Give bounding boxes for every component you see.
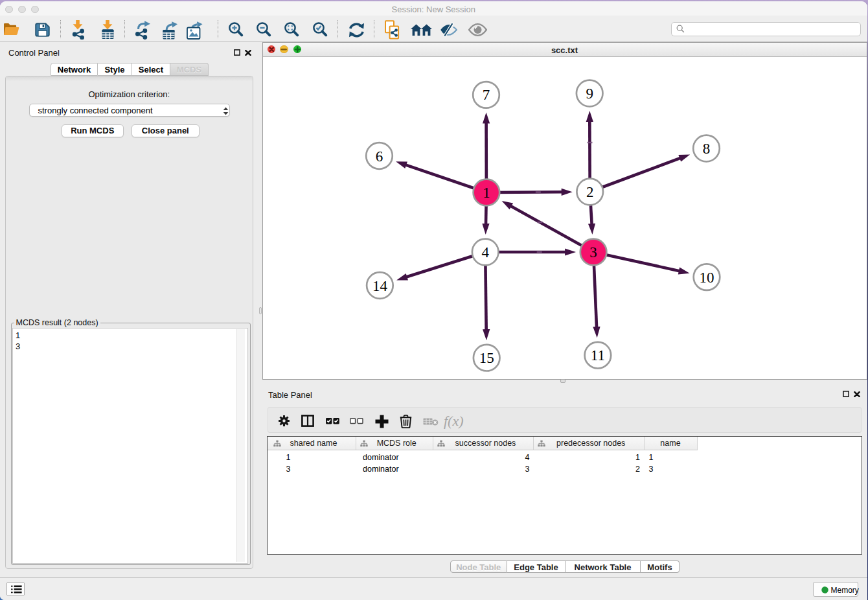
svg-text:3: 3 [589,244,597,260]
svg-text:7: 7 [482,87,490,103]
svg-text:6: 6 [375,148,383,165]
svg-text:9: 9 [586,86,593,102]
svg-text:1: 1 [483,185,490,201]
svg-text:11: 11 [590,347,604,363]
svg-text:15: 15 [479,350,494,366]
svg-text:2: 2 [586,184,593,200]
svg-text:10: 10 [699,270,714,286]
svg-text:4: 4 [481,244,489,260]
svg-text:14: 14 [372,278,387,294]
svg-text:8: 8 [702,141,710,157]
